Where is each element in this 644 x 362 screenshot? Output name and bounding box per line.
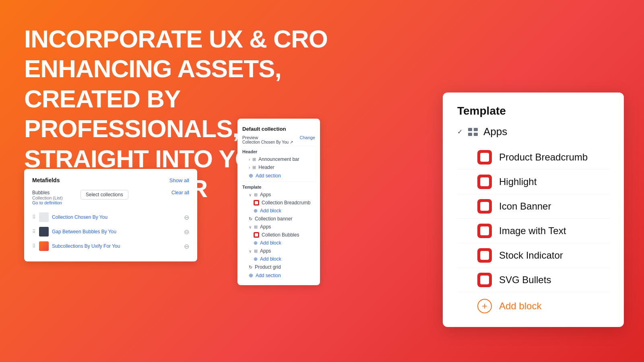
add-section-label-0: Add section: [256, 173, 281, 179]
announcement-bar-label: Announcement bar: [258, 156, 299, 162]
tp-item-2[interactable]: Icon Banner: [457, 195, 609, 218]
apps-header-row[interactable]: ✓ Apps: [457, 125, 609, 138]
collection-name-2[interactable]: Subcollections By Uxify For You: [52, 243, 181, 249]
metafields-title: Metafields: [32, 177, 60, 183]
bubbles-label-group: Bubbles Collection (List) Go to definiti…: [32, 190, 76, 205]
svg-rect-1: [474, 128, 478, 131]
add-block-row-2[interactable]: ⊕ Add block: [242, 255, 315, 263]
plus-icon-4: ⊕: [249, 272, 253, 278]
apps-row-2[interactable]: ∨ ⊞ Apps: [242, 247, 315, 255]
tp-item-3[interactable]: Image with Text: [457, 220, 609, 242]
add-section-row-0[interactable]: ⊕ Add section: [242, 171, 315, 180]
change-link[interactable]: Change: [299, 135, 315, 140]
svg-rect-2: [468, 133, 472, 136]
collection-remove-2[interactable]: ⊖: [184, 243, 189, 250]
collection-chosen-name: Collection Chosen By You ↗: [242, 140, 315, 144]
add-section-row-1[interactable]: ⊕ Add section: [242, 271, 315, 280]
apps-grid-icon: [467, 127, 479, 137]
preview-label: Preview: [242, 135, 258, 140]
template-panel: Template ✓ Apps Product Breadcrumb Highl…: [443, 93, 624, 327]
drag-handle-icon-2[interactable]: ⠿: [32, 243, 36, 249]
clear-all-link[interactable]: Clear all: [171, 190, 189, 195]
template-section-label: Template: [242, 183, 315, 191]
tp-item-1[interactable]: Highlight: [457, 171, 609, 193]
apps-row-1[interactable]: ∨ ⊞ Apps: [242, 223, 315, 231]
apps-label-2: Apps: [260, 248, 271, 254]
plus-icon-0: ⊕: [249, 173, 253, 179]
collection-name-1[interactable]: Gap Between Bubbles By You: [52, 229, 181, 234]
apps-label-1: Apps: [260, 224, 271, 230]
add-block-row-1[interactable]: ⊕ Add block: [242, 239, 315, 247]
chevron-down-icon-0: ∨: [249, 193, 252, 197]
tp-item-4[interactable]: Stock Indicator: [457, 244, 609, 267]
announcement-bar-row[interactable]: › ⊞ Announcement bar: [242, 155, 315, 163]
collection-thumb-0: [39, 212, 49, 222]
apps-row-0[interactable]: ∨ ⊞ Apps: [242, 191, 315, 199]
add-block-circle-icon: +: [477, 299, 492, 313]
app-badge-2: [477, 199, 492, 214]
chevron-right-icon-0: ›: [249, 157, 250, 162]
add-block-label: Add block: [499, 300, 541, 312]
header-row[interactable]: › ⊞ Header: [242, 163, 315, 171]
apps-main-label: Apps: [483, 125, 507, 138]
metafields-header: Metafields Show all: [32, 177, 189, 183]
colletion-bubbles-row[interactable]: Colletion Bubbles: [242, 231, 315, 239]
bubbles-field-row: Bubbles Collection (List) Go to definiti…: [32, 190, 189, 205]
collection-remove-1[interactable]: ⊖: [184, 228, 189, 236]
grid-icon-1: ⊞: [252, 165, 256, 170]
default-collection-title: Default collection: [242, 124, 315, 135]
theme-sidebar-panel: Default collection Preview Change Collec…: [237, 119, 320, 285]
tp-item-label-2: Icon Banner: [499, 201, 551, 212]
go-to-definition[interactable]: Go to definition: [32, 200, 76, 205]
app-badge-4: [477, 248, 492, 263]
tp-item-label-3: Image with Text: [499, 225, 566, 237]
collection-name-0[interactable]: Collection Chosen By You: [52, 214, 181, 220]
grid-icon-3: ⊞: [254, 224, 258, 230]
app-icon-bubbles: [254, 232, 259, 238]
preview-row: Preview Change: [242, 135, 315, 140]
add-block-label-1: Add block: [260, 240, 281, 246]
tp-item-label-4: Stock Indicator: [499, 250, 563, 261]
add-block-row[interactable]: + Add block: [457, 293, 609, 315]
collection-item-2: ⠿ Subcollections By Uxify For You ⊖: [32, 239, 189, 253]
drag-handle-icon[interactable]: ⠿: [32, 214, 36, 220]
chevron-right-icon-1: ›: [249, 165, 250, 170]
external-link-icon: ↗: [290, 140, 293, 144]
add-section-label-1: Add section: [256, 273, 281, 278]
plus-icon-1: ⊕: [254, 208, 258, 214]
plus-icon-3: ⊕: [254, 256, 258, 262]
bubbles-label: Bubbles: [32, 190, 76, 195]
grid-icon-4: ⊞: [254, 249, 258, 254]
product-grid-icon: ↻: [249, 265, 252, 270]
collection-remove-0[interactable]: ⊖: [184, 214, 189, 221]
grid-icon-2: ⊞: [254, 192, 258, 197]
show-all-link[interactable]: Show all: [169, 177, 189, 183]
collection-banner-label: Collection banner: [255, 216, 292, 222]
product-grid-row[interactable]: ↻ Product grid: [242, 263, 315, 271]
metafields-panel: Metafields Show all Bubbles Collection (…: [24, 169, 197, 261]
drag-handle-icon-1[interactable]: ⠿: [32, 229, 36, 234]
tp-item-5[interactable]: SVG Bullets: [457, 269, 609, 291]
app-badge-1: [477, 175, 492, 189]
header-label: Header: [258, 165, 274, 170]
bubbles-sub: Collection (List): [32, 195, 76, 200]
add-block-label-0: Add block: [260, 208, 281, 214]
tp-item-label-0: Product Breadcrumb: [499, 152, 588, 163]
refresh-icon: ↻: [249, 216, 252, 222]
collection-breadcrumb-row[interactable]: Collection Breadcrumb: [242, 199, 315, 207]
theme-sidebar-inner: Default collection Preview Change Collec…: [237, 124, 320, 280]
app-badge-3: [477, 224, 492, 238]
tp-item-0[interactable]: Product Breadcrumb: [457, 146, 609, 169]
collection-banner-row[interactable]: ↻ Collection banner: [242, 215, 315, 223]
chevron-down-icon-main: ✓: [457, 128, 462, 136]
chevron-down-icon-2: ∨: [249, 249, 252, 253]
tp-item-label-1: Highlight: [499, 176, 537, 187]
select-collections-button[interactable]: Select collections: [80, 190, 128, 200]
app-icon-breadcrumb: [254, 200, 259, 206]
collection-item-1: ⠿ Gap Between Bubbles By You ⊖: [32, 224, 189, 239]
add-block-row-0[interactable]: ⊕ Add block: [242, 207, 315, 215]
apps-label-0: Apps: [260, 192, 271, 197]
svg-rect-3: [474, 133, 478, 136]
product-grid-label: Product grid: [255, 264, 281, 270]
collection-thumb-1: [39, 227, 49, 237]
